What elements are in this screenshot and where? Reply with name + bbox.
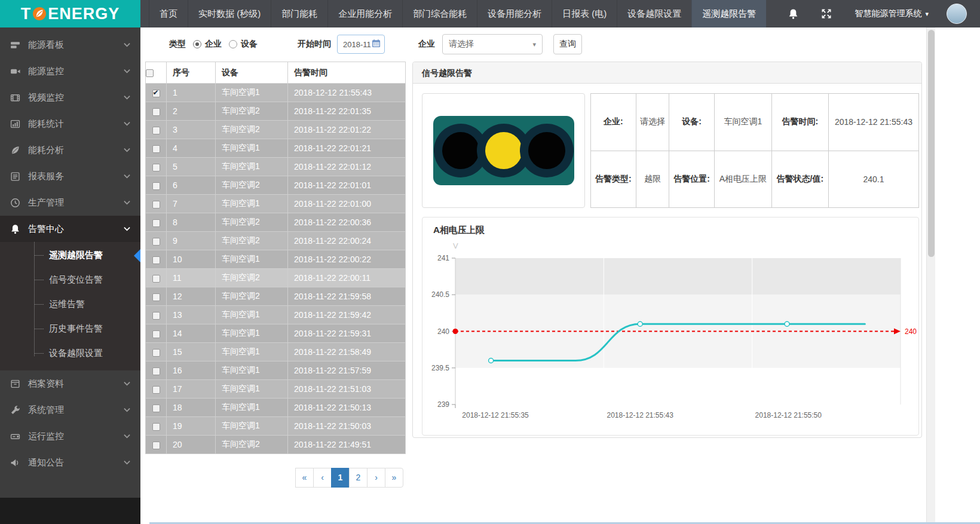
report-icon: [10, 171, 20, 182]
sidebar-subitem[interactable]: 遥测越限告警: [0, 243, 140, 268]
row-checkbox[interactable]: ✔: [152, 293, 160, 301]
calendar-icon[interactable]: [372, 39, 381, 50]
row-checkbox[interactable]: ✔: [152, 330, 160, 338]
page-button[interactable]: ›: [367, 468, 385, 488]
table-row[interactable]: ✔ 4 车间空调1 2018-11-22 22:01:21: [146, 139, 406, 158]
table-row[interactable]: ✔ 3 车间空调2 2018-11-22 22:01:22: [146, 121, 406, 139]
row-index: 16: [167, 361, 216, 380]
row-checkbox[interactable]: ✔: [152, 405, 160, 412]
sidebar-group: 生产管理: [0, 189, 140, 216]
row-checkbox[interactable]: ✔: [152, 349, 160, 357]
radio-icon[interactable]: [193, 40, 201, 48]
row-checkbox[interactable]: ✔: [152, 127, 160, 134]
sidebar-item[interactable]: 能耗统计: [0, 111, 140, 137]
vertical-scrollbar[interactable]: [926, 27, 935, 524]
table-row[interactable]: ✔ 9 车间空调2 2018-11-22 22:00:24: [146, 232, 406, 250]
table-row[interactable]: ✔ 20 车间空调2 2018-11-22 21:49:51: [146, 436, 406, 454]
row-checkbox[interactable]: ✔: [152, 312, 160, 320]
row-checkbox[interactable]: ✔: [152, 182, 160, 190]
row-checkbox[interactable]: ✔: [152, 256, 160, 264]
table-row[interactable]: ✔ 12 车间空调2 2018-11-22 21:59:58: [146, 287, 406, 306]
top-nav-item[interactable]: 设备用能分析: [477, 0, 552, 27]
table-row[interactable]: ✔ 16 车间空调1 2018-11-22 21:57:59: [146, 361, 406, 380]
row-checkbox[interactable]: ✔: [152, 164, 160, 171]
row-checkbox[interactable]: ✔: [152, 442, 160, 449]
row-checkbox[interactable]: ✔: [152, 238, 160, 246]
sidebar-group: 通知公告: [0, 449, 140, 476]
sidebar-item[interactable]: 档案资料: [0, 370, 140, 397]
col-time: 告警时间: [288, 62, 406, 84]
sidebar-item[interactable]: 能耗分析: [0, 137, 140, 163]
chevron-down-icon: [124, 174, 130, 179]
radio-device[interactable]: 设备: [229, 39, 258, 50]
notification-bell-icon[interactable]: [788, 8, 798, 20]
sidebar-item[interactable]: 报表服务: [0, 163, 140, 189]
top-nav-item[interactable]: 部门能耗: [271, 0, 327, 27]
sidebar-item[interactable]: 通知公告: [0, 449, 140, 476]
table-row[interactable]: ✔ 19 车间空调1 2018-11-22 21:50:03: [146, 417, 406, 436]
table-row[interactable]: ✔ 8 车间空调2 2018-11-22 22:00:36: [146, 213, 406, 232]
row-checkbox[interactable]: ✔: [152, 386, 160, 394]
top-nav-item[interactable]: 部门综合能耗: [402, 0, 477, 27]
query-button[interactable]: 查询: [553, 34, 582, 54]
sidebar-item[interactable]: 能源看板: [0, 32, 140, 58]
top-nav-item[interactable]: 首页: [149, 0, 188, 27]
table-row[interactable]: ✔ 5 车间空调1 2018-11-22 22:01:12: [146, 158, 406, 176]
select-all-checkbox[interactable]: ✔: [146, 69, 154, 77]
row-checkbox[interactable]: ✔: [152, 423, 160, 431]
table-row[interactable]: ✔ 14 车间空调1 2018-11-22 21:59:31: [146, 324, 406, 343]
page-button[interactable]: «: [295, 468, 314, 488]
top-nav-item[interactable]: 实时数据 (秒级): [188, 0, 271, 27]
row-index: 18: [167, 399, 216, 417]
radio-icon[interactable]: [229, 40, 237, 48]
table-row[interactable]: ✔ 18 车间空调1 2018-11-22 21:50:13: [146, 399, 406, 417]
row-device: 车间空调2: [216, 176, 288, 195]
table-row[interactable]: ✔ 17 车间空调1 2018-11-22 21:51:03: [146, 380, 406, 399]
svg-text:239.5: 239.5: [431, 364, 449, 372]
table-row[interactable]: ✔ 15 车间空调1 2018-11-22 21:58:49: [146, 343, 406, 361]
row-checkbox[interactable]: ✔: [152, 90, 160, 97]
sidebar-item[interactable]: 运行监控: [0, 423, 140, 449]
row-device: 车间空调2: [216, 102, 288, 121]
scrollbar-thumb[interactable]: [928, 30, 935, 257]
row-checkbox[interactable]: ✔: [152, 367, 160, 375]
info-label: 告警时间:: [771, 94, 828, 151]
table-row[interactable]: ✔ 2 车间空调2 2018-11-22 22:01:35: [146, 102, 406, 121]
table-row[interactable]: ✔ 11 车间空调2 2018-11-22 22:00:11: [146, 269, 406, 287]
page-button[interactable]: 2: [349, 468, 368, 488]
row-checkbox[interactable]: ✔: [152, 145, 160, 153]
sidebar-subitem[interactable]: 信号变位告警: [0, 268, 140, 292]
sidebar-item[interactable]: 视频监控: [0, 84, 140, 111]
system-title-dropdown[interactable]: 智慧能源管理系统 ▾: [855, 8, 929, 19]
row-checkbox[interactable]: ✔: [152, 275, 160, 283]
top-nav-item[interactable]: 设备越限设置: [617, 0, 691, 27]
start-time-label: 开始时间: [298, 39, 331, 50]
table-row[interactable]: ✔ 7 车间空调1 2018-11-22 22:01:00: [146, 195, 406, 213]
user-avatar[interactable]: [947, 4, 967, 24]
sidebar-item[interactable]: 告警中心: [0, 216, 140, 242]
start-time-input[interactable]: 2018-11: [337, 35, 385, 54]
top-nav-item[interactable]: 日报表 (电): [552, 0, 617, 27]
enterprise-select[interactable]: 请选择 ▾: [442, 34, 543, 54]
table-row[interactable]: ✔ 6 车间空调2 2018-11-22 22:01:01: [146, 176, 406, 195]
sidebar-subitem[interactable]: 运维告警: [0, 292, 140, 317]
row-checkbox[interactable]: ✔: [152, 108, 160, 116]
sidebar-item[interactable]: 能源监控: [0, 58, 140, 84]
sidebar-subitem[interactable]: 设备越限设置: [0, 341, 140, 366]
top-nav-item[interactable]: 遥测越限告警: [691, 0, 766, 27]
radio-enterprise[interactable]: 企业: [193, 39, 222, 50]
row-checkbox[interactable]: ✔: [152, 219, 160, 227]
page-button[interactable]: 1: [331, 468, 350, 488]
table-row[interactable]: ✔ 1 车间空调1 2018-12-12 21:55:43: [146, 84, 406, 102]
sidebar-subitem[interactable]: 历史事件告警: [0, 317, 140, 341]
page-button[interactable]: ‹: [313, 468, 332, 488]
sidebar-item-label: 视频监控: [28, 92, 124, 103]
fullscreen-icon[interactable]: [821, 8, 832, 19]
row-checkbox[interactable]: ✔: [152, 201, 160, 209]
table-row[interactable]: ✔ 13 车间空调1 2018-11-22 21:59:42: [146, 306, 406, 324]
top-nav-item[interactable]: 企业用能分析: [327, 0, 402, 27]
table-row[interactable]: ✔ 10 车间空调1 2018-11-22 22:00:22: [146, 250, 406, 269]
page-button[interactable]: »: [385, 468, 403, 488]
sidebar-item[interactable]: 系统管理: [0, 397, 140, 423]
sidebar-item[interactable]: 生产管理: [0, 189, 140, 216]
